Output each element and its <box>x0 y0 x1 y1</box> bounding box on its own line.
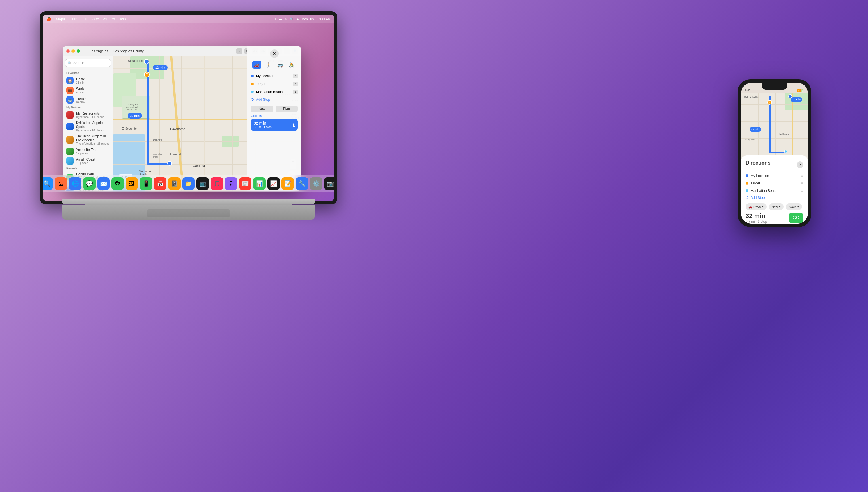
iphone-reorder-target[interactable]: ≡ <box>801 181 804 186</box>
waypoint-manhattan-label: Manhattan Beach <box>256 90 283 94</box>
now-chevron: ▾ <box>779 205 781 208</box>
iphone-waypoint-add-stop[interactable]: Add Stop <box>745 194 804 201</box>
dock-finder[interactable]: 🔍 <box>43 177 53 190</box>
dock-news[interactable]: 📰 <box>239 177 252 190</box>
iphone-bubble-20min: 20 min <box>749 127 761 132</box>
dock-messages[interactable]: 💬 <box>83 177 96 190</box>
waypoint-add-stop[interactable]: Add Stop <box>251 96 298 103</box>
sidebar-item-guide-kyle[interactable]: Kyle's Los Angeles Spots Hyperlocal · 10… <box>63 120 113 133</box>
dock-facetime[interactable]: 📱 <box>140 177 152 190</box>
transit-mode-button[interactable]: 🚌 <box>275 61 285 69</box>
dock-camera[interactable]: 📷 <box>324 177 334 190</box>
sidebar-item-work[interactable]: 💼 Work 45 min <box>63 85 113 95</box>
iphone-route-h <box>769 152 786 153</box>
iphone-now-button[interactable]: Now ▾ <box>769 203 784 210</box>
waypoint-my-location: My Location ≡ <box>251 72 298 80</box>
menu-file[interactable]: File <box>72 17 77 21</box>
iphone-drive-button[interactable]: 🚗 Drive ▾ <box>745 203 766 210</box>
time-bubble-12min: 12 min <box>153 65 167 70</box>
sidebar-item-guide-burgers[interactable]: The Best Burgers in Los Angeles The Infa… <box>63 133 113 146</box>
target-pin: T <box>144 72 150 77</box>
road-v1 <box>159 56 160 191</box>
dock-podcasts[interactable]: 🎙 <box>225 177 237 190</box>
drive-mode-button[interactable]: 🚗 <box>252 61 261 69</box>
sidebar-item-guide-yosemite[interactable]: Yosemite Trip 12 places <box>63 146 113 156</box>
dock-tv[interactable]: 📺 <box>196 177 209 190</box>
dock-notes[interactable]: 📓 <box>168 177 181 190</box>
sidebar-item-guide-amalfi[interactable]: Amalfi Coast 10 places <box>63 156 113 166</box>
macbook-screen: 🍎 Maps File Edit View Window Help ⌖ ▬ ⌾ … <box>43 15 334 201</box>
bike-mode-button[interactable]: 🚴 <box>287 61 296 69</box>
dock-launchpad[interactable]: 🗂 <box>55 177 67 190</box>
close-button[interactable] <box>66 49 70 53</box>
iphone-time: 9:41 <box>745 89 751 92</box>
dock-mail[interactable]: ✉️ <box>97 177 110 190</box>
go-button[interactable]: GO <box>789 213 804 223</box>
iphone-road-h1 <box>741 104 808 105</box>
search-box[interactable]: 🔍 Search <box>65 59 111 67</box>
iphone-add-stop-label[interactable]: Add Stop <box>751 196 765 200</box>
iphone-waypoint-location: My Location ≡ <box>745 172 804 180</box>
sidebar-item-home[interactable]: 🏠 Home 21 min <box>63 76 113 85</box>
iphone-body: 9:41 📶🔋 T <box>738 79 811 227</box>
lax-label: Los AngelesInternationalAirport (LAX) <box>125 103 138 111</box>
macbook-hinge <box>62 199 315 204</box>
iphone-close-button[interactable]: ✕ <box>796 162 804 168</box>
dock-sysprefs[interactable]: ⚙️ <box>310 177 322 190</box>
iphone-avoid-button[interactable]: Avoid ▾ <box>786 203 802 210</box>
reorder-handle-target[interactable]: ≡ <box>293 82 298 86</box>
maps-sidebar: 🔍 Search Favorites 🏠 Home 21 min <box>63 56 113 191</box>
now-plan-row: Now Plan <box>251 105 298 112</box>
route-option[interactable]: 32 min 9.7 mi · 1 stop ℹ <box>251 119 298 131</box>
minimize-button[interactable] <box>72 49 75 53</box>
location-toolbar-icon[interactable]: ⌖ <box>236 48 242 54</box>
avoid-chevron: ▾ <box>797 205 799 208</box>
dock: 🔍 🗂 🌐 💬 ✉️ 🗺 🖼 📱 📅 📓 📁 📺 🎵 🎙 📰 📊 📈 📝 🔧 <box>43 175 334 192</box>
dock-files[interactable]: 📁 <box>182 177 195 190</box>
waypoint-dot-target <box>251 82 254 85</box>
westchester-label: WESTCHESTER <box>128 59 149 63</box>
fullscreen-button[interactable] <box>77 49 80 53</box>
dock-appstore[interactable]: 🔧 <box>296 177 308 190</box>
iphone-controls-row: 🚗 Drive ▾ Now ▾ Avoid ▾ <box>745 203 804 210</box>
directions-close-button[interactable]: ✕ <box>270 56 279 58</box>
route-info-icon[interactable]: ℹ <box>293 122 295 128</box>
reorder-handle-location[interactable]: ≡ <box>293 74 298 78</box>
add-stop-label[interactable]: Add Stop <box>256 98 270 102</box>
iphone-road-h2 <box>741 121 808 122</box>
dock-calendar[interactable]: 📅 <box>154 177 166 190</box>
iphone-time-display: 32 min <box>745 212 767 220</box>
dock-photos[interactable]: 🖼 <box>126 177 138 190</box>
route-line-horizontal <box>147 163 169 165</box>
now-button[interactable]: Now <box>251 105 273 112</box>
delair-label: Del Aire <box>153 139 162 141</box>
time-bubble-20min: 20 min <box>128 113 142 119</box>
menu-view[interactable]: View <box>91 17 99 21</box>
sidebar-item-guide-restaurants[interactable]: My Restaurants Hyperlocal · 14 Places <box>63 110 113 120</box>
iphone-target-label: Target <box>751 181 760 185</box>
search-menubar-icon[interactable]: 🔍 <box>290 17 294 21</box>
dock-music[interactable]: 🎵 <box>211 177 223 190</box>
siri-icon[interactable]: ◈ <box>296 17 299 21</box>
menu-window[interactable]: Window <box>103 17 115 21</box>
waypoint-target-label: Target <box>256 82 265 86</box>
dock-numbers[interactable]: 📊 <box>253 177 266 190</box>
dock-pages[interactable]: 📝 <box>282 177 294 190</box>
iphone-directions-title: Directions <box>745 160 770 166</box>
menu-edit[interactable]: Edit <box>82 17 87 21</box>
iphone-status-icons: 📶🔋 <box>797 89 804 92</box>
reorder-handle-manhattan[interactable]: ≡ <box>293 90 298 94</box>
waypoint-dot-add <box>251 98 254 101</box>
dock-stocks[interactable]: 📈 <box>267 177 280 190</box>
plan-button[interactable]: Plan <box>275 105 298 112</box>
dock-maps[interactable]: 🗺 <box>111 177 124 190</box>
iphone-reorder-manhattan[interactable]: ≡ <box>801 189 804 193</box>
dock-safari[interactable]: 🌐 <box>69 177 81 190</box>
walk-mode-button[interactable]: 🚶 <box>264 61 273 69</box>
apple-logo-icon[interactable]: 🍎 <box>47 17 51 21</box>
close-directions: ✕ <box>251 56 298 58</box>
menu-help[interactable]: Help <box>119 17 126 21</box>
sidebar-item-transit[interactable]: 🚌 Transit Nearby <box>63 95 113 105</box>
iphone-reorder-location[interactable]: ≡ <box>801 174 804 178</box>
iphone: 9:41 📶🔋 T <box>738 79 811 227</box>
